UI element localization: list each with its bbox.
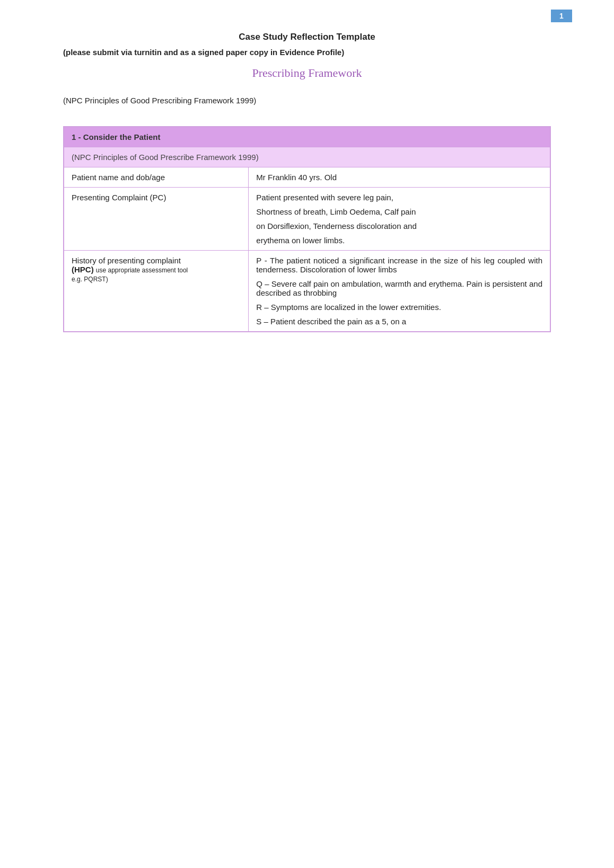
hpc-label-note: use appropriate assessment tool xyxy=(96,267,188,274)
main-title: Case Study Reflection Template xyxy=(63,32,551,42)
hpc-label-abbr: (HPC) xyxy=(72,265,94,274)
patient-name-value: Mr Franklin 40 yrs. Old xyxy=(249,167,550,188)
hpc-label: History of presenting complaint (HPC) us… xyxy=(64,251,249,332)
hpc-label-eg: e.g. PQRST) xyxy=(72,276,108,283)
section1-header: 1 - Consider the Patient xyxy=(64,127,550,147)
patient-name-label: Patient name and dob/age xyxy=(64,167,249,188)
subtitle: (please submit via turnitin and as a sig… xyxy=(63,48,551,57)
presenting-complaint-label: Presenting Complaint (PC) xyxy=(64,188,249,251)
table-row: Patient name and dob/age Mr Franklin 40 … xyxy=(64,167,550,188)
hpc-label-main: History of presenting complaint xyxy=(72,256,181,265)
table-row: History of presenting complaint (HPC) us… xyxy=(64,251,550,332)
presenting-complaint-value: Patient presented with severe leg pain, … xyxy=(249,188,550,251)
hpc-value: P - The patient noticed a significant in… xyxy=(249,251,550,332)
section1-subheader: (NPC Principles of Good Prescribe Framew… xyxy=(64,147,550,167)
prescribing-framework-title: Prescribing Framework xyxy=(63,66,551,80)
page-number-badge: 1 xyxy=(551,10,572,22)
section1-header-row: 1 - Consider the Patient xyxy=(64,127,550,147)
section1-subheader-row: (NPC Principles of Good Prescribe Framew… xyxy=(64,147,550,167)
page-container: 1 Case Study Reflection Template (please… xyxy=(42,0,572,364)
table-row: Presenting Complaint (PC) Patient presen… xyxy=(64,188,550,251)
page-number: 1 xyxy=(559,12,564,20)
npc-note: (NPC Principles of Good Prescribing Fram… xyxy=(63,96,551,105)
consider-patient-table: 1 - Consider the Patient (NPC Principles… xyxy=(63,126,551,332)
